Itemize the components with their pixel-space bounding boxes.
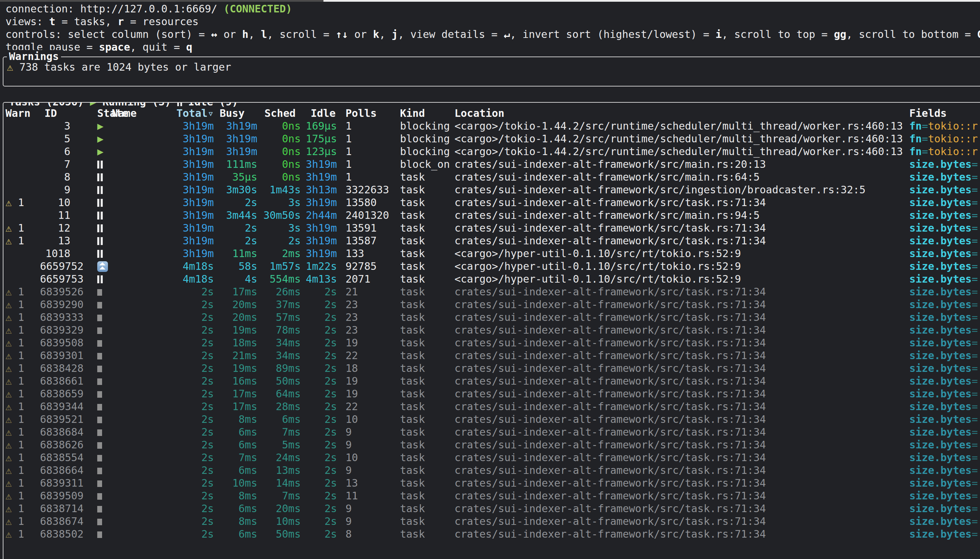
- task-id: 6838674: [40, 515, 70, 528]
- field-equals: =: [972, 248, 978, 260]
- sched-duration: 26ms: [257, 285, 301, 298]
- sched-duration: 3s: [257, 222, 301, 234]
- field-key: size.bytes: [909, 413, 972, 425]
- table-row[interactable]: ⚠ 168386842s6ms7ms2s9taskcrates/sui-inde…: [3, 426, 980, 438]
- warning-triangle-icon: ⚠: [5, 235, 12, 247]
- task-id: 6: [40, 145, 70, 158]
- table-row[interactable]: ⚠ 168386742s8ms10ms2s9taskcrates/sui-ind…: [3, 515, 980, 528]
- state-cell: [70, 490, 112, 502]
- table-row[interactable]: ⚠ 168393012s21ms34ms2s22taskcrates/sui-i…: [3, 349, 980, 362]
- warn-count: 1: [12, 311, 24, 323]
- table-row[interactable]: 10183h19m11ms2ms3h19m133task<cargo>/hype…: [3, 247, 980, 260]
- table-row[interactable]: ⚠ 168393332s20ms57ms2s23taskcrates/sui-i…: [3, 311, 980, 324]
- sched-duration: 0ns: [257, 132, 301, 145]
- sched-duration: 24ms: [257, 451, 301, 464]
- status-text: , quit =: [130, 41, 186, 53]
- table-row[interactable]: ⚠ 168386642s6ms13ms2s9taskcrates/sui-ind…: [3, 464, 980, 476]
- table-row[interactable]: ⚠ 168392902s20ms37ms2s23taskcrates/sui-i…: [3, 298, 980, 311]
- table-row[interactable]: ⚠ 168386592s17ms64ms2s19taskcrates/sui-i…: [3, 387, 980, 400]
- table-row[interactable]: ⚠ 1103h19m2s3s3h19m13580taskcrates/sui-i…: [3, 196, 980, 209]
- table-row[interactable]: ⚠ 168385542s7ms24ms2s10taskcrates/sui-in…: [3, 451, 980, 464]
- table-row[interactable]: ⚠ 168386612s16ms50ms2s19taskcrates/sui-i…: [3, 375, 980, 387]
- window-top-strip-right: [323, 0, 980, 2]
- table-row[interactable]: ⚠ 168395212s8ms6ms2s10taskcrates/sui-ind…: [3, 413, 980, 426]
- table-row[interactable]: 83h19m35µs0ns3h19m1taskcrates/sui-indexe…: [3, 170, 980, 184]
- sched-duration: 64ms: [257, 387, 301, 400]
- polls-count: 23: [337, 324, 397, 336]
- task-location: crates/sui-indexer-alt-framework/src/tas…: [452, 349, 900, 362]
- table-row[interactable]: 6▶3h19m3h19m0ns123µs1blocking<cargo>/tok…: [3, 145, 980, 158]
- idle-duration: 2s: [301, 464, 337, 476]
- field-equals: =: [972, 222, 978, 234]
- window-top-strip: [0, 0, 980, 2]
- busy-duration: 17ms: [214, 285, 257, 298]
- table-row[interactable]: 66597524m18s58s1m57s1m22s92785task<cargo…: [3, 260, 980, 273]
- table-row[interactable]: ⚠ 168393292s19ms78ms2s23taskcrates/sui-i…: [3, 324, 980, 336]
- task-kind: blocking: [397, 132, 452, 145]
- column-header-name[interactable]: Name: [112, 107, 143, 119]
- table-row[interactable]: ⚠ 168395092s8ms7ms2s11taskcrates/sui-ind…: [3, 490, 980, 502]
- busy-duration: 6ms: [214, 464, 257, 476]
- column-header-state[interactable]: State: [70, 107, 112, 119]
- column-header-id[interactable]: ID: [40, 107, 70, 119]
- warn-cell: ⚠ 1: [5, 311, 40, 324]
- state-cell: [70, 158, 112, 170]
- table-row[interactable]: ⚠ 168393442s17ms28ms2s22taskcrates/sui-i…: [3, 400, 980, 413]
- warning-triangle-icon: ⚠: [5, 439, 12, 451]
- polls-count: 1: [337, 158, 397, 170]
- column-header-fields[interactable]: Fields: [900, 107, 980, 119]
- column-header-idle[interactable]: Idle: [301, 107, 337, 119]
- field-equals: =: [922, 146, 928, 157]
- table-row[interactable]: ⚠ 168385022s6ms50ms2s8taskcrates/sui-ind…: [3, 528, 980, 541]
- table-header-row: WarnIDStateNameTotal▿BusySchedIdlePollsK…: [3, 107, 980, 119]
- warn-count: 1: [12, 528, 24, 540]
- tasks-count-label: Tasks (2056): [9, 102, 84, 108]
- stop-icon: [97, 519, 102, 525]
- field-key: size.bytes: [909, 426, 972, 438]
- task-fields: size.bytes=: [900, 502, 980, 515]
- column-header-sched[interactable]: Sched: [257, 107, 301, 119]
- column-header-total[interactable]: Total▿: [143, 107, 214, 119]
- column-header-kind[interactable]: Kind: [397, 107, 452, 119]
- table-row[interactable]: 5▶3h19m3h19m0ns175µs1blocking<cargo>/tok…: [3, 132, 980, 145]
- table-row[interactable]: 3▶3h19m3h19m0ns169µs1blocking<cargo>/tok…: [3, 119, 980, 132]
- stop-icon: [97, 506, 102, 513]
- sched-duration: 2s: [257, 234, 301, 247]
- busy-duration: 8ms: [214, 413, 257, 426]
- table-row[interactable]: 73h19m111ms0ns3h19m1block_oncrates/sui-i…: [3, 158, 980, 170]
- task-location: crates/sui-indexer-alt-framework/src/tas…: [452, 234, 900, 247]
- task-location: crates/sui-indexer-alt-framework/src/tas…: [452, 451, 900, 464]
- task-fields: size.bytes=: [900, 400, 980, 413]
- state-cell: [70, 273, 112, 285]
- table-row[interactable]: ⚠ 168387142s6ms20ms2s9taskcrates/sui-ind…: [3, 502, 980, 515]
- status-text: = resources: [124, 15, 199, 28]
- field-key: size.bytes: [909, 298, 972, 311]
- column-header-warn[interactable]: Warn: [5, 107, 40, 119]
- table-row[interactable]: 93h19m3m30s1m43s3h13m3322633taskcrates/s…: [3, 184, 980, 196]
- field-key: size.bytes: [909, 477, 972, 489]
- table-row[interactable]: ⚠ 168384282s19ms89ms2s18taskcrates/sui-i…: [3, 362, 980, 375]
- table-row[interactable]: ⚠ 1123h19m2s3s3h19m13591taskcrates/sui-i…: [3, 222, 980, 234]
- table-row[interactable]: ⚠ 168393112s10ms14ms2s13taskcrates/sui-i…: [3, 476, 980, 490]
- task-id: 6839301: [40, 349, 70, 362]
- state-cell: [70, 464, 112, 476]
- task-location: crates/sui-indexer-alt-framework/src/tas…: [452, 336, 900, 349]
- busy-duration: 17ms: [214, 400, 257, 413]
- column-header-loc[interactable]: Location: [452, 107, 900, 119]
- warn-count: 1: [12, 503, 24, 514]
- warn-count: 1: [12, 324, 24, 336]
- task-id: 6838428: [40, 362, 70, 375]
- table-row[interactable]: 113h19m3m44s30m50s2h44m2401320taskcrates…: [3, 209, 980, 222]
- state-cell: [70, 247, 112, 260]
- table-row[interactable]: ⚠ 168395082s18ms34ms2s19taskcrates/sui-i…: [3, 336, 980, 349]
- column-header-busy[interactable]: Busy: [214, 107, 257, 119]
- table-row[interactable]: ⚠ 1133h19m2s2s3h19m13587taskcrates/sui-i…: [3, 234, 980, 247]
- task-kind: block_on: [397, 158, 452, 170]
- polls-count: 21: [337, 285, 397, 298]
- field-value: tokio::r: [928, 133, 978, 145]
- table-row[interactable]: ⚠ 168395262s17ms26ms2s21taskcrates/sui-i…: [3, 285, 980, 298]
- table-row[interactable]: ⚠ 168386262s6ms5ms2s9taskcrates/sui-inde…: [3, 438, 980, 451]
- column-header-polls[interactable]: Polls: [337, 107, 397, 119]
- table-row[interactable]: 66597534m18s4s554ms4m13s2071task<cargo>/…: [3, 273, 980, 285]
- task-id: 9: [40, 184, 70, 196]
